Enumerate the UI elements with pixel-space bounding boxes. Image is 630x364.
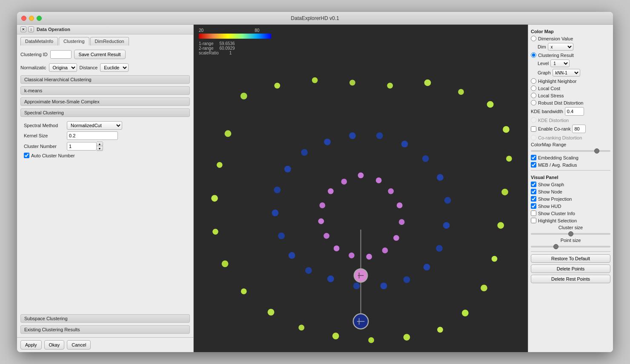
tabs-row: DataMetaInfo Clustering DimReduction <box>17 34 193 46</box>
robust-dist-radio[interactable] <box>531 100 536 105</box>
right-panel: Color Map Dimension Value Dim xyz Cluste… <box>528 25 613 352</box>
cluster-size-slider[interactable] <box>531 233 610 235</box>
restore-default-button[interactable]: Restore To Default <box>531 254 610 263</box>
robust-dist-label: Robust Dist Distortion <box>538 100 583 105</box>
highlight-neighbor-radio[interactable] <box>531 78 536 84</box>
visualization-svg <box>194 57 528 352</box>
svg-point-17 <box>404 334 410 341</box>
point-size-slider[interactable] <box>531 246 610 247</box>
svg-point-23 <box>222 260 229 267</box>
show-node-row: Show Node <box>531 189 610 194</box>
spectral-method-label: Spectral Method <box>24 123 64 128</box>
kde-bandwidth-input[interactable] <box>565 107 584 116</box>
colormap-range-slider[interactable] <box>531 150 610 152</box>
show-node-label: Show Node <box>538 189 562 194</box>
svg-point-54 <box>324 233 329 239</box>
tab-datametainfo[interactable]: DataMetaInfo <box>20 37 58 46</box>
svg-point-14 <box>481 284 487 291</box>
level-select[interactable]: 123 <box>550 60 570 67</box>
kde-distortion-row: KDE Distortion <box>531 117 610 123</box>
distance-select[interactable]: Euclide <box>100 63 129 72</box>
svg-point-43 <box>443 222 450 229</box>
close-panel-btn[interactable]: ✕ <box>20 26 26 32</box>
level-row: Level 123 <box>531 60 610 67</box>
dimension-value-label: Dimension Value <box>538 36 573 41</box>
kernel-size-input[interactable] <box>67 131 118 140</box>
svg-point-16 <box>437 327 443 333</box>
svg-point-35 <box>289 252 295 259</box>
local-cost-radio[interactable] <box>531 85 536 91</box>
robust-dist-row: Robust Dist Distortion <box>531 100 610 105</box>
save-result-button[interactable]: Save Current Result <box>74 50 126 59</box>
svg-point-48 <box>353 282 360 289</box>
svg-point-39 <box>401 141 408 148</box>
show-hud-checkbox[interactable] <box>531 203 536 209</box>
graph-select[interactable]: kNN-1kNN-2kNN-3 <box>553 69 580 77</box>
svg-point-60 <box>399 219 405 225</box>
maximize-button[interactable] <box>37 16 42 21</box>
show-projection-label: Show Projection <box>538 196 572 202</box>
embedding-scaling-checkbox[interactable] <box>531 155 536 160</box>
embedding-scaling-label: Embedding Scaling <box>538 155 578 160</box>
show-projection-checkbox[interactable] <box>531 196 536 202</box>
tab-clustering[interactable]: Clustering <box>59 37 89 46</box>
svg-point-12 <box>497 222 504 229</box>
local-stress-row: Local Stress <box>531 93 610 98</box>
local-cost-label: Local Cost <box>538 86 560 91</box>
dim-select[interactable]: xyz <box>548 43 573 51</box>
show-node-checkbox[interactable] <box>531 189 536 194</box>
color-bar <box>199 34 271 39</box>
highlight-neighbor-row: Highlight Neighbor <box>531 78 610 84</box>
show-cluster-info-checkbox[interactable] <box>531 210 536 216</box>
cluster-number-down[interactable]: ▼ <box>97 146 103 151</box>
meb-checkbox[interactable] <box>531 162 536 168</box>
apply-button[interactable]: Apply <box>20 340 42 350</box>
clustering-id-label: Clustering ID <box>20 52 48 57</box>
color-bar-max: 80 <box>255 28 259 33</box>
delete-rest-points-button[interactable]: Delete Rest Points <box>531 275 610 283</box>
main-content: ✕ ↕ Data Operation DataMetaInfo Clusteri… <box>17 25 613 352</box>
cluster-number-input[interactable] <box>67 142 97 151</box>
tab-dimreduction[interactable]: DimReduction <box>90 37 129 46</box>
clustering-id-input[interactable] <box>50 50 72 59</box>
dimension-value-radio-row: Dimension Value <box>531 36 610 41</box>
svg-point-29 <box>324 139 331 145</box>
normalization-select[interactable]: Origina <box>49 63 77 72</box>
svg-point-30 <box>301 149 308 156</box>
svg-point-57 <box>366 254 372 260</box>
close-button[interactable] <box>21 16 26 21</box>
enable-corank-checkbox[interactable] <box>531 126 536 132</box>
auto-cluster-label: Auto Cluster Number <box>31 153 75 158</box>
normalization-label: Normalizatic <box>20 65 46 70</box>
graph-row: Graph kNN-1kNN-2kNN-3 <box>531 69 610 77</box>
svg-point-62 <box>388 188 394 194</box>
colormap-range-label: ColorMap Range <box>531 142 610 147</box>
auto-cluster-checkbox[interactable] <box>24 153 29 158</box>
minimize-button[interactable] <box>29 16 34 21</box>
svg-point-51 <box>328 188 334 194</box>
highlight-selection-checkbox[interactable] <box>531 218 536 223</box>
coranking-distortion-radio[interactable] <box>531 135 536 140</box>
cluster-number-label: Cluster Number <box>24 144 64 149</box>
corank-value-input[interactable] <box>572 125 586 133</box>
dimension-value-radio[interactable] <box>531 36 536 41</box>
toggle-panel-btn[interactable]: ↕ <box>28 26 34 32</box>
show-graph-checkbox[interactable] <box>531 182 536 187</box>
svg-point-6 <box>424 80 431 86</box>
cluster-number-up[interactable]: ▲ <box>97 142 103 146</box>
viz-area[interactable] <box>194 57 528 352</box>
range2-val: 60.0929 <box>219 46 235 51</box>
cancel-button[interactable]: Cancel <box>67 340 91 350</box>
meb-label: MEB / Avg. Radius <box>538 162 577 168</box>
kde-distortion-radio[interactable] <box>531 117 536 123</box>
clustering-result-radio[interactable] <box>531 52 536 58</box>
delete-points-button[interactable]: Delete Points <box>531 264 610 273</box>
highlight-neighbor-label: Highlight Neighbor <box>538 79 577 84</box>
local-stress-radio[interactable] <box>531 93 536 98</box>
panel-body: Clustering ID Save Current Result Normal… <box>17 46 193 337</box>
scale-val: 1 <box>229 51 232 55</box>
svg-point-47 <box>381 282 387 289</box>
spectral-method-select[interactable]: NormalizedCut <box>67 121 122 130</box>
left-panel: ✕ ↕ Data Operation DataMetaInfo Clusteri… <box>17 25 194 352</box>
okay-button[interactable]: Okay <box>44 340 65 350</box>
